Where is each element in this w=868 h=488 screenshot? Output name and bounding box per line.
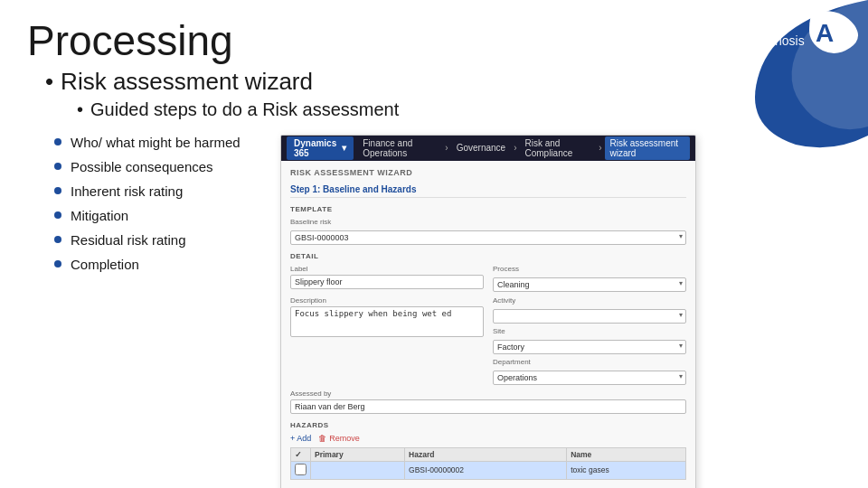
hazards-section: HAZARDS + Add 🗑 Remove ✓ Primary — [290, 421, 686, 480]
assessed-row: Assessed by — [290, 389, 686, 414]
subtitle-2: Guided steps to do a Risk assessment — [77, 99, 841, 120]
department-select[interactable]: Operations — [493, 371, 686, 385]
bullet-list: Who/ what might be harmed Possible conse… — [54, 135, 262, 281]
th-hazard: Hazard — [405, 447, 567, 461]
process-select[interactable]: Cleaning — [493, 277, 686, 292]
label-field-label: Label — [290, 265, 484, 273]
process-label: Process — [493, 265, 686, 273]
label-input[interactable] — [290, 275, 484, 289]
nav-finance[interactable]: Finance and Operations — [357, 136, 442, 160]
hazard-table-header: ✓ Primary Hazard Name — [291, 447, 686, 461]
site-label: Site — [493, 327, 686, 335]
baseline-risk-label: Baseline risk — [290, 218, 686, 226]
activity-select[interactable] — [493, 309, 686, 324]
main-content: Processing Risk assessment wizard Guided… — [0, 0, 868, 488]
nav-chevron-1: › — [445, 143, 448, 153]
detail-label: DETAIL — [290, 252, 686, 260]
description-input[interactable]: Focus slippery when being wet ed — [290, 306, 484, 337]
row-checkbox[interactable] — [295, 464, 307, 475]
subtitle2-text: Guided steps to do a Risk assessment — [90, 99, 399, 120]
activity-field: Activity Site Factory — [493, 296, 686, 385]
process-select-wrap: Cleaning — [493, 275, 686, 292]
assessed-by-field: Assessed by — [290, 389, 686, 414]
header-row: ✓ Primary Hazard Name — [291, 447, 686, 461]
dynamics-label: Dynamics 365 — [294, 138, 338, 158]
axnosis-logo: A xnosis — [760, 7, 859, 57]
bullet-item-3: Inherent risk rating — [54, 183, 262, 199]
table-row[interactable]: GBSI-00000002 toxic gases — [291, 461, 686, 479]
hazards-label: HAZARDS — [290, 421, 686, 429]
bullet-item-1: Who/ what might be harmed — [54, 135, 262, 150]
row-check[interactable] — [291, 461, 311, 479]
row-hazard: GBSI-00000002 — [405, 461, 567, 479]
hazard-toolbar: + Add 🗑 Remove — [290, 434, 686, 443]
nav-governance[interactable]: Governance — [451, 141, 511, 155]
trash-icon: 🗑 — [318, 434, 326, 443]
th-check: ✓ — [291, 447, 311, 461]
screen-body: RISK ASSESSMENT WIZARD Step 1: Baseline … — [281, 161, 695, 488]
baseline-risk-field: Baseline risk GBSI-0000003 — [290, 218, 686, 245]
svg-text:xnosis: xnosis — [769, 33, 805, 48]
process-field: Process Cleaning — [493, 265, 686, 292]
activity-select-wrap — [493, 306, 686, 324]
description-label: Description — [290, 296, 484, 305]
nav-chevron-2: › — [514, 143, 516, 153]
site-select-wrap: Factory — [493, 337, 686, 354]
step-title: Step 1: Baseline and Hazards — [290, 184, 686, 198]
remove-hazard-button[interactable]: 🗑 Remove — [318, 434, 360, 443]
nav-wizard[interactable]: Risk assessment wizard — [605, 136, 691, 160]
add-hazard-button[interactable]: + Add — [290, 434, 311, 443]
dropdown-icon: ▾ — [342, 143, 346, 153]
site-select[interactable]: Factory — [493, 340, 686, 354]
screenshot-panel: Dynamics 365 ▾ Finance and Operations › … — [280, 135, 696, 488]
nav-chevron-3: › — [599, 143, 601, 153]
two-column-layout: Who/ what might be harmed Possible conse… — [54, 135, 841, 488]
subtitle-1: Risk assessment wizard — [45, 68, 841, 96]
row-primary — [311, 461, 405, 479]
svg-text:A: A — [816, 19, 834, 47]
baseline-row: Baseline risk GBSI-0000003 — [290, 218, 686, 245]
description-field: Description Focus slippery when being we… — [290, 296, 484, 385]
screen-label: RISK ASSESSMENT WIZARD — [290, 168, 686, 177]
baseline-risk-select[interactable]: GBSI-0000003 — [290, 230, 686, 245]
page-title: Processing — [27, 18, 841, 64]
bullet-item-6: Completion — [54, 257, 262, 272]
logo-area: A xnosis — [760, 7, 859, 57]
template-section: TEMPLATE Baseline risk GBSI-0000003 — [290, 205, 686, 245]
assessed-by-input[interactable] — [290, 399, 686, 414]
department-label: Department — [493, 358, 686, 366]
bullet-item-4: Mitigation — [54, 208, 262, 223]
label-process-row: Label Process Cleaning — [290, 265, 686, 292]
dynamics-nav[interactable]: Dynamics 365 ▾ — [287, 136, 354, 160]
th-name: Name — [567, 447, 686, 461]
bullet-item-2: Possible consequences — [54, 159, 262, 174]
nav-bar: Dynamics 365 ▾ Finance and Operations › … — [281, 136, 695, 161]
label-field: Label — [290, 265, 484, 292]
subtitle1-text: Risk assessment wizard — [61, 68, 313, 96]
detail-section: DETAIL Label Process Cleaning — [290, 252, 686, 414]
th-primary: Primary — [311, 447, 405, 461]
baseline-risk-select-wrap: GBSI-0000003 — [290, 228, 686, 245]
desc-activity-row: Description Focus slippery when being we… — [290, 296, 686, 385]
activity-label: Activity — [493, 296, 686, 305]
assessed-by-label: Assessed by — [290, 389, 686, 398]
template-label: TEMPLATE — [290, 205, 686, 213]
nav-risk-compliance[interactable]: Risk and Compliance — [519, 136, 596, 160]
department-select-wrap: Operations — [493, 368, 686, 385]
row-name: toxic gases — [567, 461, 686, 479]
bullet-item-5: Residual risk rating — [54, 232, 262, 248]
hazard-table-body: GBSI-00000002 toxic gases — [291, 461, 686, 479]
hazard-table: ✓ Primary Hazard Name GBSI-00000002 — [290, 447, 686, 480]
